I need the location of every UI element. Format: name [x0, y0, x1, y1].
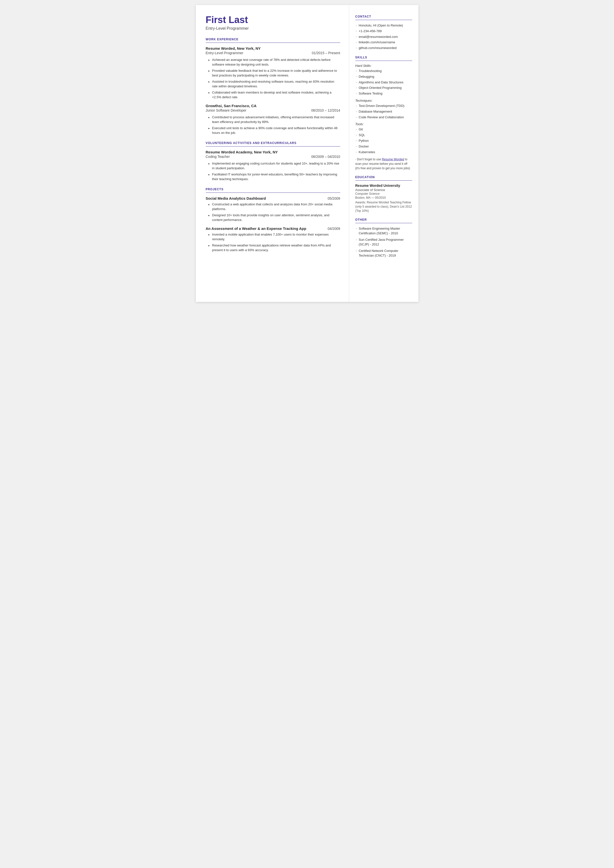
contact-item: +1-234-456-789: [355, 29, 412, 34]
tools-label: Tools:: [355, 122, 412, 126]
hard-skills-list: Troubleshooting Debugging Algorithms and…: [355, 68, 412, 96]
techniques-label: Techniques:: [355, 99, 412, 102]
applicant-name: First Last: [206, 15, 340, 25]
skill-item: Algorithms and Data Structures: [355, 80, 412, 85]
left-column: First Last Entry-Level Programmer WORK E…: [196, 5, 349, 302]
resume-page: First Last Entry-Level Programmer WORK E…: [196, 5, 419, 302]
bullet-item: Implemented an engaging coding curriculu…: [208, 161, 340, 171]
job-2-bullets: Contributed to process advancement initi…: [206, 115, 340, 135]
vol-1-title-row: Coding Teacher 06/2009 – 04/2010: [206, 155, 340, 161]
skill-item: Troubleshooting: [355, 68, 412, 74]
contact-heading: CONTACT: [355, 15, 412, 18]
job-1-dates: 01/2015 – Present: [312, 51, 340, 55]
bullet-item: Executed unit tests to achieve a 90% cod…: [208, 126, 340, 135]
skill-item: Software Testing: [355, 91, 412, 96]
edu-location-date: Boston, MA — 05/2010: [355, 196, 412, 199]
job-1-title-row: Entry-Level Programmer 01/2015 – Present: [206, 51, 340, 57]
bullet-item: Invented a mobile application that enabl…: [208, 232, 340, 242]
skill-item: Debugging: [355, 74, 412, 79]
work-experience-heading: WORK EXPERIENCE: [206, 37, 340, 41]
skills-heading: SKILLS: [355, 56, 412, 59]
job-2-dates: 06/2010 – 12/2014: [311, 109, 340, 112]
project-2-date: 04/2009: [328, 227, 340, 231]
job-1-title: Entry-Level Programmer: [206, 51, 243, 55]
contact-item: linkedin.com/in/username: [355, 40, 412, 45]
tool-item: Kubernetes: [355, 150, 412, 155]
bullet-item: Contributed to process advancement initi…: [208, 115, 340, 124]
other-item-1: Software Engineering Master Certificatio…: [355, 226, 412, 236]
project-1-bullets: Constructed a web application that colle…: [206, 202, 340, 222]
bullet-item: Collaborated with team members to develo…: [208, 90, 340, 100]
project-1-header: Social Media Analytics Dashboard 05/2009: [206, 196, 340, 200]
technique-item: Database Management: [355, 109, 412, 114]
bullet-item: Facilitated IT workshops for junior-leve…: [208, 172, 340, 182]
project-1-name: Social Media Analytics Dashboard: [206, 196, 266, 200]
skill-item: Object-Oriented Programming: [355, 85, 412, 90]
promo-text: · Don't forget to use Resume Worded to s…: [355, 157, 412, 171]
contact-item: Honolulu, HI (Open to Remote): [355, 23, 412, 28]
technique-item: Code Review and Collaboration: [355, 115, 412, 120]
techniques-list: Test-Driven Development (TDD) Database M…: [355, 103, 412, 120]
tool-item: SQL: [355, 133, 412, 138]
volunteering-heading: VOLUNTEERING ACTIVITIES AND EXTRACURRICU…: [206, 141, 340, 145]
projects-divider: [206, 193, 340, 193]
bullet-item: Researched how weather forecast applicat…: [208, 243, 340, 253]
job-1-bullets: Achieved an average test coverage rate o…: [206, 57, 340, 100]
other-heading: OTHER: [355, 218, 412, 222]
job-2-company: Growthsi, San Francisco, CA: [206, 104, 257, 108]
tool-item: Git: [355, 127, 412, 132]
project-2-header: An Assessment of a Weather & an Expense …: [206, 227, 340, 231]
other-item-3: Certified Network Computer Technician (C…: [355, 248, 412, 258]
tool-item: Docker: [355, 144, 412, 149]
other-divider: [355, 223, 412, 223]
edu-field: Computer Science: [355, 192, 412, 196]
hard-skills-label: Hard Skills:: [355, 64, 412, 68]
bullet-item: Constructed a web application that colle…: [208, 202, 340, 211]
bullet-item: Provided valuable feedback that led to a…: [208, 68, 340, 78]
project-2-bullets: Invented a mobile application that enabl…: [206, 232, 340, 253]
promo-link[interactable]: Resume Worded: [382, 158, 404, 161]
vol-1-bullets: Implemented an engaging coding curriculu…: [206, 161, 340, 182]
vol-1-company: Resume Worded Academy, New York, NY: [206, 150, 278, 154]
contact-divider: [355, 20, 412, 20]
job-1-company: Resume Worded, New York, NY: [206, 46, 261, 50]
edu-school: Resume Worded University: [355, 183, 412, 188]
skills-divider: [355, 61, 412, 61]
job-2-title: Junior Software Developer: [206, 109, 247, 112]
projects-heading: PROJECTS: [206, 188, 340, 191]
job-1-header: Resume Worded, New York, NY: [206, 46, 340, 50]
edu-awards: Awards: Resume Worded Teaching Fellow (o…: [355, 200, 412, 213]
tool-item: Python: [355, 138, 412, 143]
bullet-item: Assisted in troubleshooting and resolvin…: [208, 79, 340, 89]
tools-list: Git SQL Python Docker Kubernetes: [355, 127, 412, 155]
vol-1-title: Coding Teacher: [206, 155, 230, 158]
job-2-header: Growthsi, San Francisco, CA: [206, 104, 340, 108]
edu-degree: Associate of Science: [355, 188, 412, 192]
contact-item: github.com/resumeworded: [355, 45, 412, 51]
vol-1-dates: 06/2009 – 04/2010: [311, 155, 340, 158]
contact-list: Honolulu, HI (Open to Remote) +1-234-456…: [355, 23, 412, 51]
contact-item: email@resumeworded.com: [355, 34, 412, 40]
right-column: CONTACT Honolulu, HI (Open to Remote) +1…: [349, 5, 419, 302]
education-divider: [355, 180, 412, 181]
job-2-title-row: Junior Software Developer 06/2010 – 12/2…: [206, 109, 340, 114]
project-2-name: An Assessment of a Weather & an Expense …: [206, 227, 306, 231]
project-1-date: 05/2009: [328, 196, 340, 200]
technique-item: Test-Driven Development (TDD): [355, 103, 412, 109]
other-item-2: Sun Certified Java Programmer (SCJP) - 2…: [355, 237, 412, 247]
applicant-title: Entry-Level Programmer: [206, 26, 340, 31]
vol-1-header: Resume Worded Academy, New York, NY: [206, 150, 340, 154]
bullet-item: Designed 10+ tools that provide insights…: [208, 213, 340, 222]
bullet-item: Achieved an average test coverage rate o…: [208, 57, 340, 67]
education-heading: EDUCATION: [355, 175, 412, 179]
